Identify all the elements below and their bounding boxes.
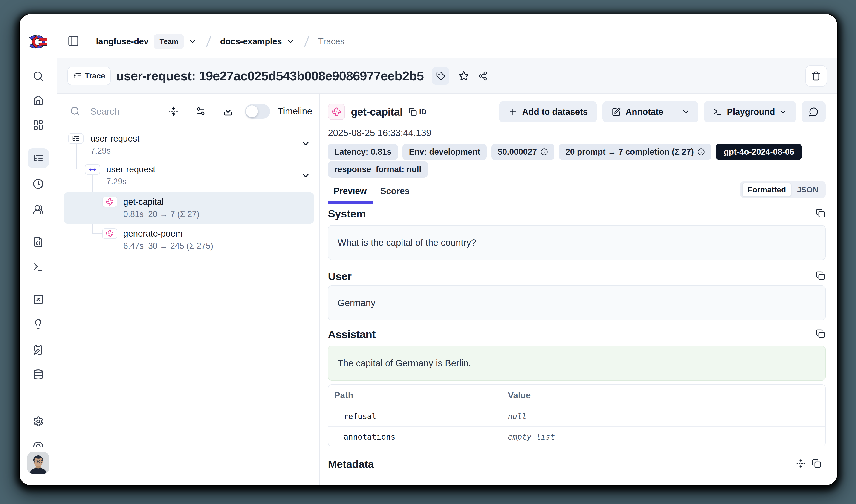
selected-row-highlight — [64, 192, 314, 224]
active-tab-underline — [328, 201, 373, 204]
annotation-queues-icon[interactable] — [33, 344, 44, 355]
model-badge-label: gpt-4o-2024-08-06 — [724, 147, 794, 157]
table-cell-value: null — [508, 412, 527, 421]
generation-fan-icon — [106, 230, 114, 237]
tree-node-label[interactable]: user-request — [106, 165, 155, 175]
playground-icon[interactable] — [33, 262, 44, 272]
section-heading-assistant: Assistant — [328, 328, 376, 341]
tree-connector — [92, 233, 102, 234]
section-heading-user: User — [328, 270, 352, 283]
tree-node-label[interactable]: user-request — [90, 134, 140, 144]
copy-id-button[interactable]: ID — [409, 108, 427, 116]
tag-icon — [436, 71, 445, 80]
output-details-table: Path Value refusal null annotations empt… — [328, 384, 826, 447]
tree-node-label[interactable]: get-capital — [123, 197, 164, 207]
datasets-icon[interactable] — [33, 369, 44, 380]
star-button[interactable] — [459, 71, 469, 81]
system-message-box: What is the capital of the country? — [328, 225, 826, 260]
tree-node-duration: 7.29s — [106, 177, 127, 186]
env-badge: Env: development — [403, 144, 487, 160]
column-header-path: Path — [334, 391, 353, 400]
add-to-datasets-label: Add to datasets — [522, 107, 588, 117]
move-horizontal-icon — [89, 165, 96, 173]
tree-node-icon-chip — [102, 228, 117, 239]
breadcrumb-project[interactable]: langfuse-dev — [96, 37, 148, 47]
section-heading-system: System — [328, 208, 365, 220]
project-type-badge: Team — [154, 34, 184, 49]
settings-icon[interactable] — [33, 416, 44, 427]
tabs-divider — [328, 204, 826, 204]
collapse-node-icon[interactable] — [301, 170, 311, 182]
delete-trace-button[interactable] — [805, 65, 827, 87]
latency-badge: Latency: 0.81s — [328, 144, 398, 160]
collapse-node-icon[interactable] — [301, 139, 311, 149]
tokens-badge[interactable]: 20 prompt → 7 completion (Σ 27) — [559, 144, 711, 160]
unfold-vertical-icon — [796, 459, 805, 468]
breadcrumb-environment[interactable]: docs-examples — [220, 37, 282, 47]
copy-icon — [816, 329, 825, 338]
observation-timestamp: 2025-08-25 16:33:44.139 — [328, 128, 431, 138]
env-badge-label: Env: development — [409, 147, 480, 157]
insights-icon[interactable] — [33, 319, 44, 330]
copy-metadata-button[interactable] — [812, 459, 821, 469]
info-icon — [540, 148, 548, 156]
dashboards-icon[interactable] — [33, 120, 44, 130]
user-avatar[interactable] — [27, 452, 49, 474]
table-header-row: Path Value — [328, 385, 825, 407]
project-chevron-icon[interactable] — [188, 37, 197, 46]
model-badge[interactable]: gpt-4o-2024-08-06 — [716, 144, 802, 160]
copy-system-button[interactable] — [816, 209, 825, 219]
tree-node-label[interactable]: generate-poem — [123, 229, 183, 239]
copy-icon — [816, 209, 825, 218]
breadcrumb-separator — [301, 34, 313, 49]
breadcrumb-page[interactable]: Traces — [318, 37, 345, 47]
response-format-badge: response_format: null — [328, 161, 428, 178]
response-format-badge-label: response_format: null — [334, 165, 421, 174]
tree-node-metrics: 6.47s 30 → 245 (Σ 275) — [123, 241, 213, 251]
copy-icon — [409, 108, 417, 116]
share-button[interactable] — [478, 71, 487, 81]
playground-button[interactable]: Playground — [704, 101, 796, 122]
evaluation-icon[interactable] — [33, 294, 44, 305]
user-message-box: Germany — [328, 285, 826, 320]
expand-metadata-button[interactable] — [796, 459, 805, 469]
assistant-message-box: The capital of Germany is Berlin. — [328, 346, 826, 381]
share-icon — [478, 71, 487, 81]
comments-button[interactable] — [802, 101, 826, 122]
sidebar-rail — [20, 14, 57, 485]
add-to-datasets-button[interactable]: Add to datasets — [499, 101, 597, 122]
environment-chevron-icon[interactable] — [286, 37, 295, 46]
copy-icon — [812, 459, 821, 468]
format-toggle-json[interactable]: JSON — [791, 185, 824, 194]
users-icon[interactable] — [33, 204, 44, 215]
copy-user-button[interactable] — [816, 271, 825, 281]
tag-button[interactable] — [432, 67, 449, 85]
tab-scores[interactable]: Scores — [380, 186, 410, 196]
playground-label: Playground — [727, 107, 775, 117]
trace-header: Trace user-request: 19e27ac025d543b008e9… — [57, 58, 837, 94]
copy-assistant-button[interactable] — [816, 329, 825, 339]
tab-preview[interactable]: Preview — [334, 186, 367, 196]
search-icon[interactable] — [33, 71, 44, 82]
prompts-icon[interactable] — [33, 236, 44, 247]
tree-node-icon-chip — [102, 197, 117, 207]
tree-node-metrics: 0.81s 20 → 7 (Σ 27) — [123, 210, 199, 219]
chevron-down-icon — [779, 108, 787, 116]
home-icon[interactable] — [33, 95, 44, 106]
user-message-text: Germany — [338, 298, 376, 308]
latency-badge-label: Latency: 0.81s — [334, 147, 391, 157]
annotate-button[interactable]: Annotate — [602, 101, 673, 122]
tracing-icon[interactable] — [33, 152, 44, 164]
support-icon[interactable] — [33, 441, 43, 447]
table-cell-path: refusal — [343, 412, 376, 421]
star-icon — [459, 71, 469, 81]
cost-badge[interactable]: $0.000027 — [491, 144, 554, 160]
generation-fan-icon — [106, 198, 114, 206]
assistant-message-text: The capital of Germany is Berlin. — [338, 358, 471, 368]
list-tree-icon — [72, 134, 80, 142]
format-toggle-formatted[interactable]: Formatted — [742, 183, 791, 197]
trace-tree-panel: Search Timeline user-request — [57, 94, 320, 485]
sessions-icon[interactable] — [33, 178, 44, 190]
annotate-dropdown-button[interactable] — [673, 101, 698, 122]
sidebar-toggle-icon[interactable] — [67, 35, 79, 48]
